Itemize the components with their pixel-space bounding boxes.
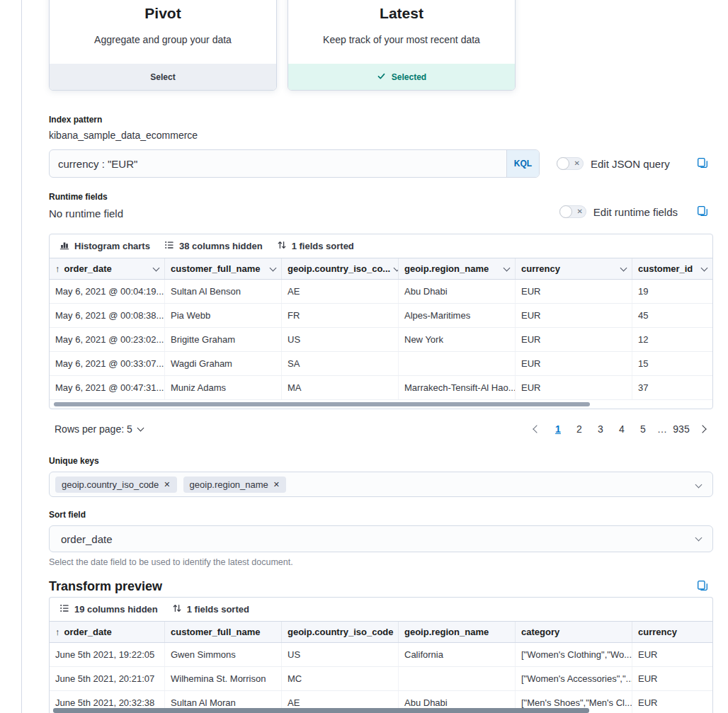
table-cell[interactable]: MA xyxy=(282,376,399,399)
pivot-card[interactable]: Pivot Aggregate and group your data Sele… xyxy=(49,0,277,91)
table-cell[interactable] xyxy=(399,352,516,375)
edit-json-query-label: Edit JSON query xyxy=(591,158,670,170)
transform-preview-grid: 19 columns hidden 1 fields sorted ↑ orde… xyxy=(49,597,713,713)
edit-json-query-switch[interactable]: ✕ xyxy=(557,157,584,170)
table-cell[interactable]: May 6, 2021 @ 00:08:38... xyxy=(50,304,165,327)
preview-column-header-geoip-region-name[interactable]: geoip.region_name xyxy=(399,622,516,642)
table-cell[interactable]: EUR xyxy=(516,328,632,351)
table-cell[interactable]: EUR xyxy=(516,376,632,399)
table-cell[interactable]: Gwen Simmons xyxy=(165,643,282,666)
table-cell[interactable]: AE xyxy=(282,280,399,303)
table-cell[interactable]: 19 xyxy=(632,280,712,303)
table-cell[interactable] xyxy=(399,667,516,690)
edit-json-query-toggle[interactable]: ✕ Edit JSON query xyxy=(557,157,670,170)
copy-query-to-clipboard-button[interactable] xyxy=(695,156,710,171)
table-cell[interactable]: EUR xyxy=(516,304,632,327)
table-cell[interactable]: Alpes-Maritimes xyxy=(399,304,516,327)
preview-column-header-order-date[interactable]: ↑ order_date xyxy=(50,622,165,642)
table-cell[interactable]: SA xyxy=(282,352,399,375)
column-actions-button[interactable] xyxy=(701,264,708,271)
table-cell[interactable]: US xyxy=(282,643,399,666)
table-cell[interactable]: EUR xyxy=(632,691,712,713)
table-cell[interactable]: Wilhemina St. Morrison xyxy=(165,667,282,690)
table-cell[interactable]: Pia Webb xyxy=(165,304,282,327)
preview-fields-sorted-button[interactable]: 1 fields sorted xyxy=(172,603,249,615)
histogram-charts-button[interactable]: Histogram charts xyxy=(59,240,150,252)
column-header-geoip-region-name[interactable]: geoip.region_name xyxy=(399,258,516,279)
table-cell[interactable]: 12 xyxy=(632,328,712,351)
horizontal-scrollbar[interactable] xyxy=(54,402,590,406)
edit-runtime-fields-toggle[interactable]: ✕ Edit runtime fields xyxy=(559,205,678,218)
column-actions-button[interactable] xyxy=(620,264,627,271)
pivot-select-button[interactable]: Select xyxy=(50,64,276,90)
column-header-geoip-country-iso-code[interactable]: geoip.country_iso_co... xyxy=(282,258,399,279)
page-button-5[interactable]: 5 xyxy=(634,420,652,438)
horizontal-scrollbar[interactable] xyxy=(53,708,589,713)
table-cell[interactable]: EUR xyxy=(516,280,632,303)
column-header-customer-full-name[interactable]: customer_full_name xyxy=(165,258,282,279)
remove-chip-button[interactable]: ✕ xyxy=(273,481,280,489)
copy-runtime-fields-to-clipboard-button[interactable] xyxy=(695,204,710,219)
page-button-3[interactable]: 3 xyxy=(591,420,610,438)
kql-language-button[interactable]: KQL xyxy=(506,150,539,177)
table-cell[interactable]: FR xyxy=(282,304,399,327)
page-button-4[interactable]: 4 xyxy=(613,420,631,438)
fields-sorted-button[interactable]: 1 fields sorted xyxy=(277,240,354,252)
column-header-customer-id[interactable]: customer_id xyxy=(632,258,712,279)
table-cell[interactable]: California xyxy=(399,643,516,666)
latest-selected-label: Selected xyxy=(392,72,426,82)
table-cell[interactable]: ["Women's Accessories","... xyxy=(516,667,632,690)
next-page-button[interactable] xyxy=(693,420,712,438)
column-actions-button[interactable] xyxy=(394,264,399,271)
table-cell[interactable]: May 6, 2021 @ 00:47:31... xyxy=(50,376,165,399)
remove-chip-button[interactable]: ✕ xyxy=(164,481,170,489)
column-actions-button[interactable] xyxy=(153,264,160,271)
rows-per-page-button[interactable]: Rows per page: 5 xyxy=(49,423,149,435)
copy-preview-to-clipboard-button[interactable] xyxy=(695,578,710,594)
table-cell[interactable]: Marrakech-Tensift-Al Hao... xyxy=(399,376,516,399)
table-cell[interactable]: New York xyxy=(399,328,516,351)
column-header-order-date[interactable]: ↑ order_date xyxy=(50,258,165,279)
table-cell[interactable]: May 6, 2021 @ 00:04:19... xyxy=(50,280,165,303)
table-cell[interactable]: Wagdi Graham xyxy=(165,352,282,375)
table-cell[interactable]: EUR xyxy=(516,352,632,375)
table-cell[interactable]: ["Women's Clothing","Wo... xyxy=(516,643,632,666)
column-actions-button[interactable] xyxy=(270,264,277,271)
preview-column-header-geoip-country-iso-code[interactable]: geoip.country_iso_code xyxy=(282,622,399,642)
table-cell[interactable]: EUR xyxy=(632,667,712,690)
latest-selected-button[interactable]: Selected xyxy=(288,64,515,90)
table-cell[interactable]: 45 xyxy=(632,304,712,327)
edit-runtime-fields-switch[interactable]: ✕ xyxy=(559,205,586,218)
table-cell[interactable]: Brigitte Graham xyxy=(165,328,282,351)
table-cell[interactable]: June 5th 2021, 19:22:05 xyxy=(50,643,165,666)
table-cell[interactable]: May 6, 2021 @ 00:23:02... xyxy=(50,328,165,351)
latest-card[interactable]: Latest Keep track of your most recent da… xyxy=(288,0,516,91)
table-row: May 6, 2021 @ 00:08:38...Pia WebbFRAlpes… xyxy=(50,304,712,328)
preview-grid-header: ↑ order_date customer_full_name geoip.co… xyxy=(50,622,712,643)
table-cell[interactable]: US xyxy=(282,328,399,351)
unique-keys-combobox[interactable]: geoip.country_iso_code ✕ geoip.region_na… xyxy=(49,472,713,497)
table-cell[interactable]: June 5th 2021, 20:21:07 xyxy=(50,667,165,690)
page-button-2[interactable]: 2 xyxy=(570,420,588,438)
column-header-currency[interactable]: currency xyxy=(516,258,632,279)
column-actions-button[interactable] xyxy=(504,264,511,271)
previous-page-button[interactable] xyxy=(528,420,546,438)
columns-hidden-button[interactable]: 38 columns hidden xyxy=(164,240,263,252)
preview-columns-hidden-button[interactable]: 19 columns hidden xyxy=(59,603,158,615)
table-cell[interactable]: 15 xyxy=(632,352,712,375)
page-button-1[interactable]: 1 xyxy=(549,420,567,438)
preview-column-header-currency[interactable]: currency xyxy=(632,622,712,642)
table-cell[interactable]: EUR xyxy=(632,643,712,666)
table-cell[interactable]: Abu Dhabi xyxy=(399,280,516,303)
sort-field-select[interactable]: order_date xyxy=(49,525,713,552)
table-cell[interactable]: Sultan Al Benson xyxy=(165,280,282,303)
query-input[interactable]: currency : "EUR" KQL xyxy=(49,149,540,178)
table-cell[interactable]: 37 xyxy=(632,376,712,399)
unique-keys-label: Unique keys xyxy=(49,456,713,466)
page-button-935[interactable]: 935 xyxy=(672,420,690,438)
table-cell[interactable]: May 6, 2021 @ 00:33:07... xyxy=(50,352,165,375)
table-cell[interactable]: Muniz Adams xyxy=(165,376,282,399)
table-cell[interactable]: MC xyxy=(282,667,399,690)
preview-column-header-category[interactable]: category xyxy=(516,622,632,642)
preview-column-header-customer-full-name[interactable]: customer_full_name xyxy=(165,622,282,642)
